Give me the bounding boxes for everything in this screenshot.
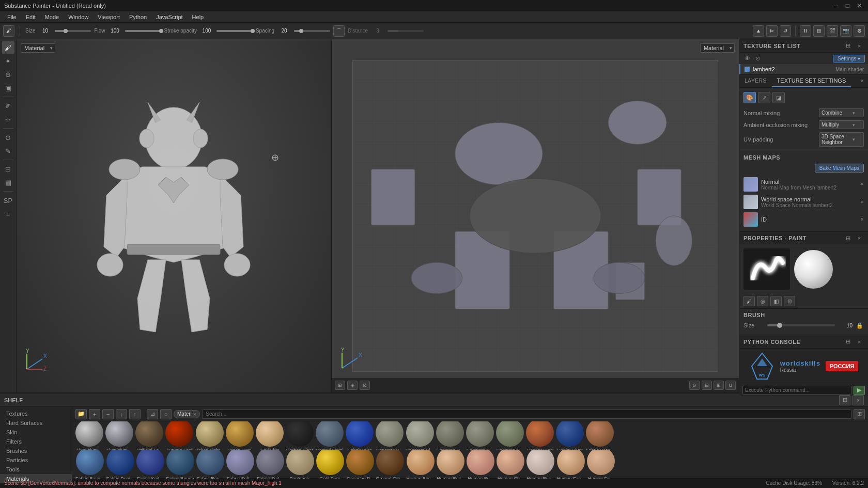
settings-cog-btn[interactable]: ⚙ [854,25,865,37]
vp-ctrl-4[interactable]: ⊙ [689,381,700,390]
shelf-item-aluminium[interactable]: Aluminium ... [75,421,103,450]
shelf-item-baked-light[interactable]: Baked Light... [195,421,224,450]
menu-mode[interactable]: Mode [41,13,64,21]
shelf-filter-btn[interactable]: ⊿ [147,409,158,419]
shelf-item-fabric-suit[interactable]: Fabric Suit... [256,450,284,479]
shelf-tb-remove[interactable]: − [102,409,114,419]
stroke-opacity-value[interactable]: 100 [199,28,214,34]
viewport-btn-1[interactable]: ⊞ [813,25,825,37]
shelf-item-artificial-leather[interactable]: Artificial Le... [135,421,163,450]
tsl-expand-btn[interactable]: ⊞ [843,41,853,51]
prop-material-icon[interactable]: ◧ [770,296,782,306]
size-slider[interactable] [55,30,91,32]
tss-normal-btn[interactable]: ↗ [758,92,770,103]
viewport-3d-mode-dropdown[interactable]: Material [21,43,55,53]
brush-size-slider[interactable] [767,324,835,326]
prop-paint-icon[interactable]: 🖌 [743,296,755,306]
vp-ctrl-1[interactable]: ⊞ [335,381,345,390]
menu-window[interactable]: Window [64,13,92,21]
tss-color-btn[interactable]: 🎨 [743,92,756,103]
tsl-settings-btn[interactable]: Settings ▾ [833,55,865,62]
pc-run-btn[interactable]: ▶ [854,386,865,395]
color-picker-tool[interactable]: ⊙ [2,131,14,144]
viewport-btn-3[interactable]: 📷 [840,25,851,37]
shelf-item-denim[interactable]: Denim Rivet [556,421,584,450]
shelf-item-gouache[interactable]: Gouache P... [346,450,374,479]
uv-tool[interactable]: ▤ [2,176,14,188]
prop-erase-icon[interactable]: ◎ [757,296,768,306]
shelf-item-footprints[interactable]: Footprints [286,450,314,479]
shelf-item-coated-metal[interactable]: Coated Metal [316,421,344,450]
shelf-item-gold-pure[interactable]: Gold Pure [316,450,344,479]
shelf-item-concrete-b[interactable]: Concrete B... [376,421,404,450]
viewport-uv[interactable]: Material [332,39,739,392]
viewport-btn-2[interactable]: 🎬 [827,25,838,37]
shelf-item-aluminium2[interactable]: Aluminium ... [105,421,133,450]
tsl-close-btn[interactable]: × [855,41,864,51]
shelf-item-fabric-deni[interactable]: Fabric Deni... [106,450,134,479]
texture-set-item-lambert2[interactable]: lambert2 Main shader [739,64,868,74]
wsn-close[interactable]: × [860,198,864,206]
viewport-3d[interactable]: Material ⊕ [17,39,332,392]
vp-ctrl-3[interactable]: ⊠ [360,381,370,390]
uv-padding-select[interactable]: 3D Space Neighbor [819,132,864,147]
prop-stencil-icon[interactable]: ⊡ [784,296,795,306]
smudge-tool[interactable]: ✦ [2,55,14,67]
shelf-circle-btn[interactable]: ○ [160,409,172,419]
flow-value[interactable]: 100 [107,28,123,34]
shelf-item-concrete-cl[interactable]: Concrete Cl... [406,421,434,450]
stroke-opacity-slider[interactable] [216,30,253,32]
shelf-item-human-back[interactable]: Human Bac... [407,450,435,479]
shelf-item-fabric-soft[interactable]: Fabric Soft... [226,450,254,479]
shelf-item-human-bell[interactable]: Human Bell... [437,450,464,479]
tab-close-btn[interactable]: × [857,75,868,87]
shelf-tb-folder[interactable]: 📁 [75,409,87,419]
vp-fit[interactable]: U [725,381,736,390]
fill-tool[interactable]: ▣ [2,82,14,94]
close-btn[interactable]: ✕ [855,2,864,9]
pc-expand-btn[interactable]: ⊞ [843,337,853,347]
shelf-close-btn[interactable]: × [853,395,864,405]
transform-tool[interactable]: ⊹ [2,113,14,125]
sp-tool[interactable]: SP [2,194,14,207]
flow-slider[interactable] [125,30,161,32]
vp-ctrl-2[interactable]: ◈ [347,381,358,390]
menu-file[interactable]: File [3,13,21,21]
shelf-item-carbon-fiber[interactable]: Carbon Fiber [286,421,314,450]
shelf-tb-import[interactable]: ↓ [116,409,127,419]
shelf-item-calf-skin[interactable]: Calf Skin [256,421,284,450]
select-tool[interactable]: ✐ [2,100,14,112]
measure-tool[interactable]: ⊞ [2,163,14,175]
paint-tool-btn[interactable]: 🖌 [3,25,14,37]
shelf-item-concrete-s[interactable]: Concrete S... [466,421,494,450]
shelf-item-human-eye[interactable]: Human Eye... [526,450,555,479]
pc-command-input[interactable] [742,386,851,395]
shelf-item-concrete-s2[interactable]: Concrete S... [496,421,524,450]
shelf-nav-hard-surfaces[interactable]: Hard Surfaces [0,418,72,428]
tss-roughness-btn[interactable]: ◪ [772,92,785,103]
id-close[interactable]: × [860,216,864,223]
3d-character-viewport[interactable]: X Y Z [17,39,331,392]
brush-size-lock[interactable]: 🔒 [856,321,864,329]
menu-python[interactable]: Python [125,13,151,21]
shelf-item-fabric-rou[interactable]: Fabric Rough [166,450,194,479]
ao-mixing-select[interactable]: Multiply [819,120,864,129]
shelf-nav-tools[interactable]: Tools [0,465,72,474]
minimize-btn[interactable]: ─ [832,2,841,9]
window-controls[interactable]: ─ □ ✕ [832,2,864,9]
shelf-search-input[interactable] [202,410,851,419]
maximize-btn[interactable]: □ [844,2,851,9]
shelf-item-human-fe[interactable]: Human Fe... [587,450,615,479]
spacing-value[interactable]: 20 [276,28,292,34]
shelf-grid-toggle[interactable]: ⊞ [854,409,865,419]
vp-zoom-in[interactable]: ⊞ [714,381,724,390]
shelf-item-fabric-knit[interactable]: Fabric Knit... [136,450,164,479]
bake-mesh-maps-btn[interactable]: Bake Mesh Maps [815,164,864,172]
shelf-item-copper[interactable]: Copper Pure [526,421,554,450]
normal-map-close[interactable]: × [860,181,864,188]
clone-tool[interactable]: ⊕ [2,68,14,81]
shelf-nav-filters[interactable]: Filters [0,437,72,446]
normal-mixing-select[interactable]: Combine [819,108,864,117]
shelf-item-concrete-d[interactable]: Concrete D... [436,421,464,450]
viewport-uv-mode-dropdown[interactable]: Material [700,43,735,53]
